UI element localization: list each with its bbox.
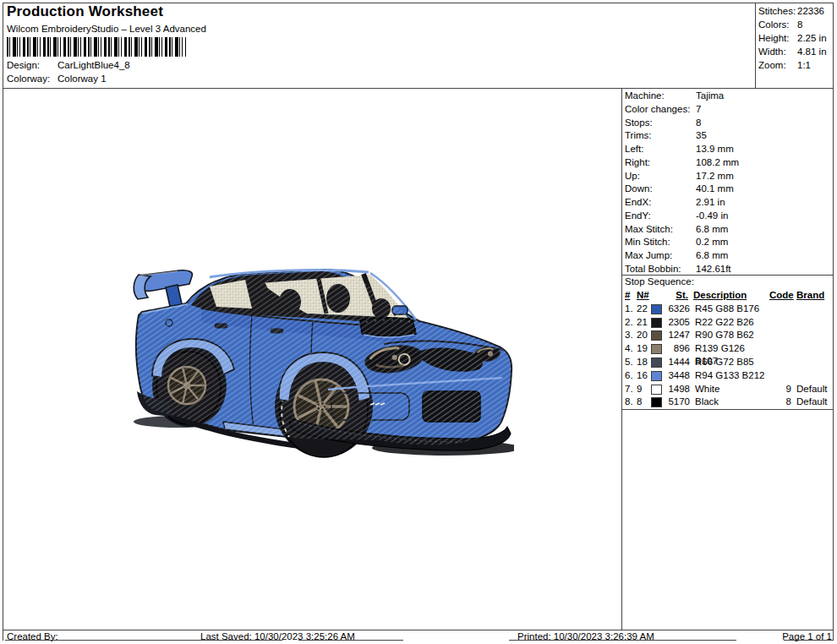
stop-needle: 9 — [637, 383, 651, 396]
param-row: Color changes:7 — [625, 103, 833, 117]
param-row-value: 35 — [696, 129, 707, 143]
stop-table-row: 7.91498White9Default — [625, 383, 834, 396]
design-summary-box: Stitches:22336Colors:8Height:2.25 inWidt… — [758, 5, 827, 73]
stop-table-row: 6.163448R94 G133 B212 — [625, 369, 834, 383]
stop-brand: Default — [796, 396, 834, 408]
thread-color-swatch — [651, 357, 662, 368]
param-row-label: Color changes: — [625, 103, 696, 117]
stop-seq: 7. — [625, 383, 637, 396]
param-row-value: 13.9 mm — [696, 143, 734, 156]
design-name-row: Design: CarLightBlue4_8 — [7, 60, 130, 70]
param-row-value: 108.2 mm — [696, 156, 739, 170]
stop-stitch-count: 1247 — [665, 329, 690, 341]
stop-seq: 1. — [625, 303, 637, 315]
summary-row: Zoom:1:1 — [758, 59, 827, 73]
param-row-value: -0.49 in — [696, 210, 728, 223]
stop-description: R94 G133 B212 — [695, 369, 769, 382]
stop-needle: 18 — [637, 356, 651, 368]
thread-color-swatch — [651, 371, 662, 381]
param-row: Up:17.2 mm — [625, 170, 833, 183]
production-worksheet-page: Production Worksheet Wilcom EmbroiderySt… — [0, 0, 837, 644]
footer-underline — [784, 640, 834, 641]
param-row-value: 8 — [696, 117, 701, 130]
param-row-value: 6.8 mm — [696, 249, 728, 263]
stop-stitch-count: 6326 — [665, 303, 690, 315]
stop-table-rows: 1.226326R45 G88 B1762.212305R22 G22 B263… — [625, 303, 834, 409]
summary-row-value: 2.25 in — [797, 32, 827, 46]
col-header-code: Code — [769, 289, 791, 302]
stop-code: 8 — [769, 396, 791, 408]
stop-needle: 8 — [637, 396, 651, 408]
stop-table-row: 4.19896R139 G126 B107 — [625, 342, 834, 356]
colorway-value: Colorway 1 — [57, 74, 107, 84]
thread-color-swatch — [651, 344, 662, 354]
param-row: Machine:Tajima — [625, 90, 833, 103]
design-barcode — [7, 37, 186, 57]
stop-needle: 22 — [637, 303, 651, 315]
col-header-seq: # — [625, 289, 637, 302]
summary-row: Width:4.81 in — [758, 46, 827, 59]
design-preview-car — [125, 265, 514, 459]
summary-row-label: Height: — [758, 32, 797, 46]
colorway-row: Colorway: Colorway 1 — [7, 74, 107, 84]
param-row-value: 7 — [696, 103, 701, 117]
param-row-label: Min Stitch: — [625, 236, 696, 249]
stop-description: Black — [695, 396, 769, 408]
col-header-stitches: St. — [664, 289, 688, 302]
stop-stitch-count: 2305 — [665, 316, 690, 329]
stop-stitch-count: 896 — [665, 342, 690, 355]
summary-row-value: 1:1 — [797, 59, 811, 73]
stop-stitch-count: 1498 — [665, 383, 690, 396]
header-divider — [3, 88, 834, 89]
summary-row-label: Width: — [758, 46, 797, 59]
footer-underline — [298, 640, 403, 641]
stop-description: R22 G22 B26 — [695, 316, 769, 329]
param-row: Max Jump:6.8 mm — [625, 249, 833, 263]
thread-color-swatch — [651, 318, 662, 328]
param-row-value: 6.8 mm — [696, 223, 728, 237]
col-header-description: Description — [693, 289, 769, 302]
param-row: Trims:35 — [625, 129, 833, 143]
stop-needle: 21 — [637, 316, 651, 329]
footer-underline — [509, 640, 736, 641]
thread-color-swatch — [651, 330, 662, 341]
param-row: Max Stitch:6.8 mm — [625, 223, 833, 237]
stop-stitch-count: 5170 — [665, 396, 690, 408]
summary-row: Colors:8 — [758, 19, 827, 32]
param-row-label: Down: — [625, 183, 696, 196]
param-row: EndX:2.91 in — [625, 196, 833, 210]
col-header-brand: Brand — [796, 289, 834, 302]
stop-table-row: 3.201247R90 G78 B62 — [625, 329, 834, 342]
param-row: Min Stitch:0.2 mm — [625, 236, 833, 249]
param-row-value: 0.2 mm — [696, 236, 728, 249]
thread-color-swatch — [651, 385, 662, 395]
stop-stitch-count: 3448 — [665, 369, 690, 382]
stop-table-header: # N# St. Description Code Brand — [625, 289, 834, 303]
param-row: Stops:8 — [625, 117, 833, 130]
param-row: EndY:-0.49 in — [625, 210, 833, 223]
stop-table-row: 2.212305R22 G22 B26 — [625, 316, 834, 330]
panel-divider — [621, 88, 622, 630]
stop-seq: 3. — [625, 329, 637, 341]
param-row-label: Right: — [625, 156, 696, 170]
summary-row-value: 8 — [797, 19, 802, 32]
summary-row-label: Stitches: — [758, 5, 797, 19]
col-header-needle: N# — [637, 289, 651, 302]
stop-seq: 6. — [625, 369, 637, 382]
machine-info-panel: Machine:TajimaColor changes:7Stops:8Trim… — [625, 90, 833, 276]
stop-description: R90 G78 B62 — [695, 329, 769, 341]
stop-seq: 4. — [625, 342, 637, 355]
param-row-value: 2.91 in — [696, 196, 725, 210]
colorway-label: Colorway: — [7, 74, 57, 84]
stop-table-row: 8.85170Black8Default — [625, 396, 834, 409]
stop-code: 9 — [769, 383, 791, 396]
param-row: Down:40.1 mm — [625, 183, 833, 196]
stop-needle: 19 — [637, 342, 651, 355]
param-row-value: Tajima — [696, 90, 724, 103]
summary-row: Stitches:22336 — [758, 5, 827, 19]
stop-seq: 5. — [625, 356, 637, 368]
stop-brand: Default — [796, 383, 834, 396]
stop-needle: 20 — [637, 329, 651, 341]
param-row: Total Bobbin:142.61ft — [625, 263, 833, 276]
summary-row-label: Zoom: — [758, 59, 797, 73]
